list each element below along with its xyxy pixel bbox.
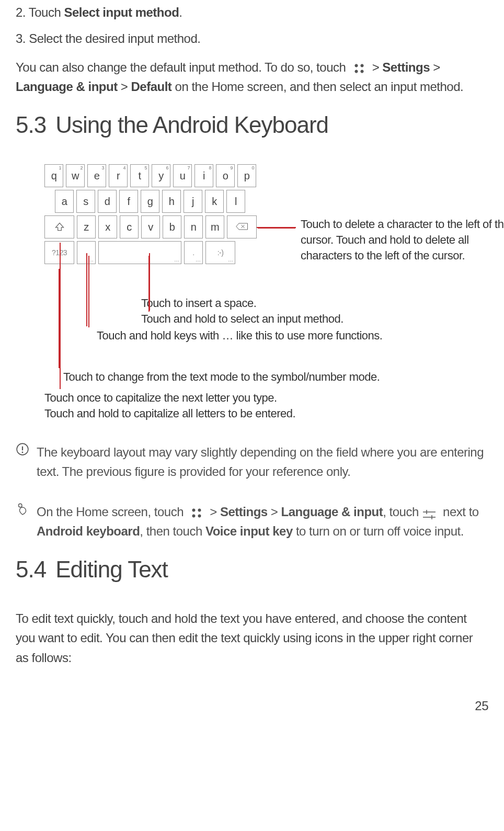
key-l: l <box>226 190 245 213</box>
key-j: j <box>184 190 202 213</box>
shift-key <box>44 215 74 238</box>
key-k: k <box>205 190 224 213</box>
apps-grid-icon <box>353 63 365 74</box>
emoticon-key: :-)… <box>205 241 235 264</box>
callout-shift: Touch once to capitalize the next letter… <box>44 390 488 421</box>
shift-icon <box>54 222 65 232</box>
backspace-key <box>227 215 257 238</box>
key-p: p0 <box>237 164 256 187</box>
callout-space: Touch to insert a space. Touch and hold … <box>141 295 488 326</box>
key-w: w2 <box>66 164 85 187</box>
step-3: 3. Select the desired input method. <box>16 31 488 46</box>
note-keyboard-layout: The keyboard layout may vary slightly de… <box>16 442 488 481</box>
callout-comma: Touch and hold keys with … like this to … <box>97 328 488 344</box>
key-i: i8 <box>194 164 213 187</box>
key-v: v <box>141 215 160 238</box>
heading-5-4: 5.4Editing Text <box>16 556 488 583</box>
key-u: u7 <box>173 164 192 187</box>
callout-line <box>59 269 60 368</box>
key-x: x <box>98 215 117 238</box>
key-n: n <box>184 215 203 238</box>
space-key: … <box>98 241 181 264</box>
paragraph-edit-text: To edit text quickly, touch and hold the… <box>16 609 488 667</box>
svg-point-7 <box>22 451 24 453</box>
key-y: y6 <box>152 164 170 187</box>
paragraph-change-default: You can also change the default input me… <box>16 58 488 96</box>
svg-point-8 <box>18 504 22 507</box>
keyboard-diagram: q1w2e3r4t5y6u7i8o9p0 asdfghjkl zxcvbnm ?… <box>44 164 488 421</box>
key-e: e3 <box>87 164 106 187</box>
key-g: g <box>141 190 159 213</box>
note-voice-input: On the Home screen, touch > Settings > L… <box>16 502 488 541</box>
heading-5-3: 5.3Using the Android Keyboard <box>16 112 488 138</box>
key-q: q1 <box>44 164 63 187</box>
comma-key: ,… <box>77 241 96 264</box>
key-f: f <box>119 190 138 213</box>
key-s: s <box>76 190 95 213</box>
callout-line <box>60 243 61 389</box>
info-icon <box>16 442 30 481</box>
key-m: m <box>205 215 224 238</box>
key-c: c <box>120 215 139 238</box>
callout-symbol: Touch to change from the text mode to th… <box>63 369 488 385</box>
key-t: t5 <box>130 164 149 187</box>
page-number: 25 <box>16 699 488 713</box>
sliders-icon <box>422 507 437 519</box>
key-a: a <box>55 190 74 213</box>
key-d: d <box>98 190 117 213</box>
tip-icon <box>16 502 30 541</box>
backspace-icon <box>236 221 248 233</box>
apps-grid-icon <box>191 507 202 519</box>
key-o: o9 <box>216 164 235 187</box>
callout-backspace: Touch to delete a character to the left … <box>301 217 504 263</box>
key-r: r4 <box>109 164 128 187</box>
key-h: h <box>162 190 181 213</box>
period-key: .… <box>184 241 203 264</box>
key-z: z <box>77 215 96 238</box>
symbol-key: ?123 <box>44 241 74 264</box>
callout-line <box>86 253 87 326</box>
key-b: b <box>163 215 181 238</box>
step-2: 2. Touch Select input method. <box>16 5 488 20</box>
